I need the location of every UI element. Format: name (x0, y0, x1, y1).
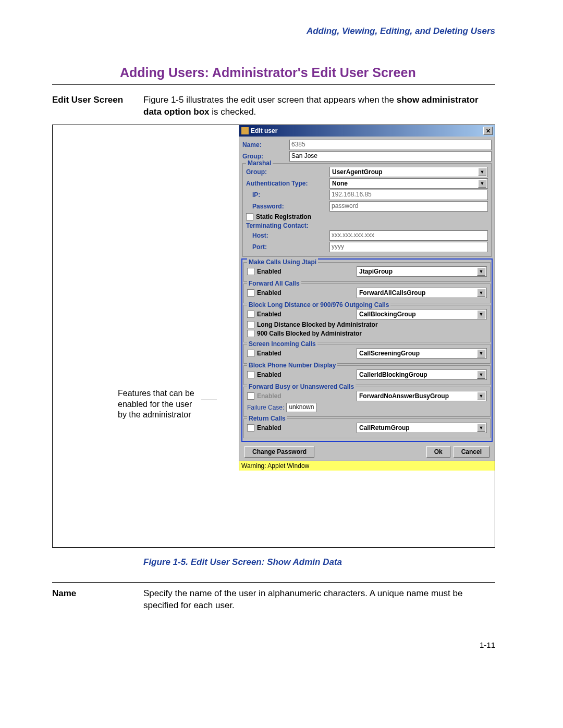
screen-enabled-label: Enabled (257, 350, 282, 357)
marshal-group-label: Group: (246, 168, 329, 176)
marshal-fieldset: Marshal Group: UserAgentGroup ▼ Authenti… (242, 163, 492, 257)
cid-fieldset: Block Phone Number Display Enabled Calle… (243, 365, 491, 385)
fwd-na-fieldset: Forward Busy or Unanswered Calls Enabled… (243, 387, 491, 417)
host-label: Host: (252, 232, 329, 239)
ok-button[interactable]: Ok (426, 446, 450, 458)
intro-post: is checked. (210, 107, 256, 117)
fwd-all-enabled-label: Enabled (257, 289, 282, 297)
chevron-down-icon[interactable]: ▼ (477, 267, 485, 276)
intro-label: Edit User Screen (52, 94, 143, 118)
group-label: Group: (242, 153, 289, 160)
screen-legend: Screen Incoming Calls (247, 340, 317, 348)
host-field[interactable]: xxx.xxx.xxx.xxx (329, 230, 488, 241)
cid-group-value: CallerIdBlockingGroup (359, 371, 427, 378)
auth-type-label: Authentication Type: (246, 180, 329, 187)
return-legend: Return Calls (247, 415, 287, 422)
screen-fieldset: Screen Incoming Calls Enabled CallScreen… (243, 344, 491, 364)
admin-features-highlight: Make Calls Using Jtapi Enabled JtapiGrou… (241, 258, 493, 442)
port-field[interactable]: yyyy (329, 242, 488, 252)
failure-case-value[interactable]: unknown (286, 403, 316, 412)
chevron-down-icon[interactable]: ▼ (478, 168, 486, 176)
port-label: Port: (252, 243, 329, 251)
fwd-all-fieldset: Forward All Calls Enabled ForwardAllCall… (243, 283, 491, 303)
ip-field[interactable]: 192.168.16.85 (329, 190, 488, 200)
return-group-value: CallReturnGroup (359, 424, 410, 431)
block-group-dropdown[interactable]: CallBlockingGroup ▼ (357, 309, 487, 319)
intro-pre: Figure 1-5 illustrates the edit user scr… (143, 95, 397, 105)
jtapi-group-dropdown[interactable]: JtapiGroup ▼ (357, 266, 487, 277)
return-fieldset: Return Calls Enabled CallReturnGroup ▼ (243, 418, 491, 438)
edit-user-dialog: Edit user ✕ Name: 6385 Group: San Jose M… (239, 125, 495, 471)
fwd-na-enabled-checkbox[interactable] (247, 392, 254, 400)
dialog-title: Edit user (251, 127, 277, 134)
fwd-all-enabled-checkbox[interactable] (247, 289, 254, 297)
chevron-down-icon[interactable]: ▼ (477, 289, 485, 297)
return-enabled-label: Enabled (257, 424, 282, 431)
return-enabled-checkbox[interactable] (247, 424, 254, 431)
chevron-down-icon[interactable]: ▼ (478, 179, 486, 188)
name-label: Name: (242, 141, 289, 149)
intro-text: Figure 1-5 illustrates the edit user scr… (143, 94, 495, 118)
cid-legend: Block Phone Number Display (247, 362, 337, 369)
cid-enabled-checkbox[interactable] (247, 371, 254, 378)
marshal-legend: Marshal (246, 159, 273, 167)
jtapi-group-value: JtapiGroup (359, 268, 393, 275)
chevron-down-icon[interactable]: ▼ (477, 424, 485, 432)
fwd-na-enabled-label: Enabled (257, 392, 282, 400)
fwd-all-group-value: ForwardAllCallsGroup (359, 289, 425, 297)
auth-type-value: None (332, 180, 348, 187)
fwd-na-group-dropdown[interactable]: ForwardNoAnswerBusyGroup ▼ (357, 391, 487, 401)
block-enabled-checkbox[interactable] (247, 311, 254, 318)
fwd-all-legend: Forward All Calls (247, 280, 301, 287)
fwd-na-group-value: ForwardNoAnswerBusyGroup (359, 392, 449, 400)
marshal-group-value: UserAgentGroup (332, 168, 383, 176)
figure-box: Features that can be enabled for the use… (52, 125, 495, 548)
ld-admin-label: Long Distance Blocked by Administrator (257, 321, 378, 328)
n900-admin-label: 900 Calls Blocked by Administrator (257, 330, 362, 337)
marshal-group-dropdown[interactable]: UserAgentGroup ▼ (329, 167, 488, 177)
block-group-value: CallBlockingGroup (359, 311, 416, 318)
cid-group-dropdown[interactable]: CallerIdBlockingGroup ▼ (357, 369, 487, 380)
figure-caption: Figure 1-5. Edit User Screen: Show Admin… (143, 557, 495, 567)
block-fieldset: Block Long Distance or 900/976 Outgoing … (243, 305, 491, 342)
section-title: Adding Users: Administrator's Edit User … (120, 65, 495, 80)
change-password-button[interactable]: Change Password (244, 446, 314, 458)
close-icon[interactable]: ✕ (483, 127, 493, 135)
password-field[interactable]: password (329, 201, 488, 212)
applet-warning-bar: Warning: Applet Window (239, 461, 495, 471)
group-field[interactable]: San Jose (289, 151, 492, 162)
name-section-label: Name (52, 588, 143, 612)
static-reg-label: Static Registration (256, 213, 311, 220)
chevron-down-icon[interactable]: ▼ (477, 349, 485, 357)
jtapi-fieldset: Make Calls Using Jtapi Enabled JtapiGrou… (243, 262, 491, 282)
return-group-dropdown[interactable]: CallReturnGroup ▼ (357, 423, 487, 433)
screen-enabled-checkbox[interactable] (247, 350, 254, 357)
cancel-button[interactable]: Cancel (454, 446, 489, 458)
name-field[interactable]: 6385 (289, 140, 492, 150)
block-enabled-label: Enabled (257, 311, 282, 318)
breadcrumb: Adding, Viewing, Editing, and Deleting U… (52, 26, 495, 36)
callout-text: Features that can be enabled for the use… (118, 388, 201, 421)
window-icon (241, 127, 249, 134)
ld-admin-checkbox[interactable] (247, 321, 254, 328)
fwd-all-group-dropdown[interactable]: ForwardAllCallsGroup ▼ (357, 288, 487, 298)
static-reg-checkbox[interactable] (246, 213, 253, 220)
block-legend: Block Long Distance or 900/976 Outgoing … (247, 301, 390, 309)
failure-case-label: Failure Case: (247, 404, 284, 411)
password-label: Password: (252, 203, 329, 210)
chevron-down-icon[interactable]: ▼ (477, 392, 485, 400)
chevron-down-icon[interactable]: ▼ (477, 310, 485, 318)
name-section-text: Specify the name of the user in alphanum… (143, 588, 495, 612)
chevron-down-icon[interactable]: ▼ (477, 371, 485, 379)
callout-leader-line (201, 400, 217, 400)
auth-type-dropdown[interactable]: None ▼ (329, 178, 488, 189)
jtapi-enabled-checkbox[interactable] (247, 268, 254, 275)
fwd-na-legend: Forward Busy or Unanswered Calls (247, 383, 356, 390)
n900-admin-checkbox[interactable] (247, 330, 254, 337)
titlebar: Edit user ✕ (239, 125, 495, 137)
jtapi-legend: Make Calls Using Jtapi (247, 258, 318, 266)
horizontal-rule (52, 582, 495, 583)
term-contact-label: Terminating Contact: (246, 222, 329, 229)
jtapi-enabled-label: Enabled (257, 268, 282, 275)
screen-group-dropdown[interactable]: CallScreeningGroup ▼ (357, 348, 487, 359)
